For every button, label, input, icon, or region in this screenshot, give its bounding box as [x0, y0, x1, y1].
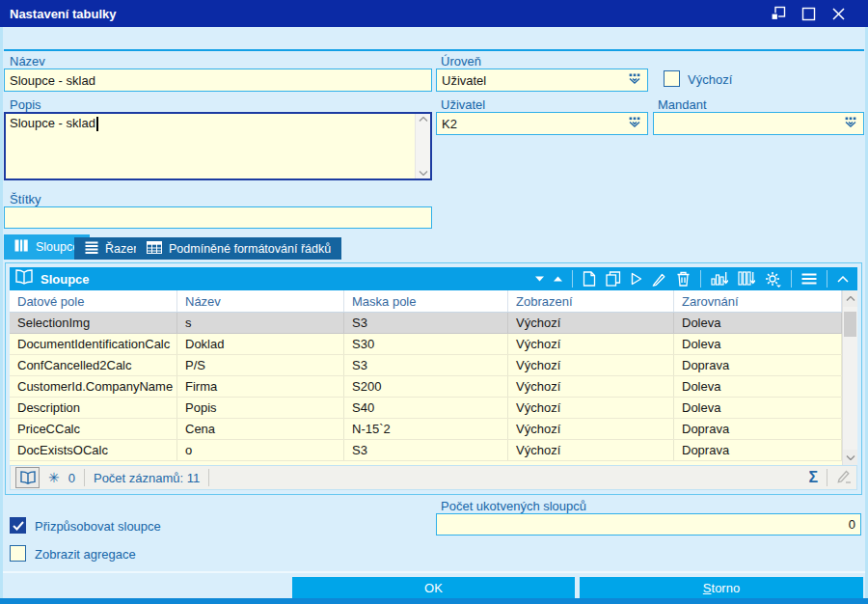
table-header-row: Datové pole Název Maska pole Zobrazení Z… — [10, 290, 842, 313]
menu-icon[interactable] — [801, 273, 817, 285]
table-cell: Výchozí — [508, 419, 674, 439]
open-book-icon — [14, 269, 34, 288]
flag-count: 0 — [68, 471, 75, 485]
table-cell: SelectionImg — [10, 313, 177, 333]
nazev-input[interactable]: Sloupce - sklad — [4, 69, 432, 92]
close-icon[interactable] — [829, 5, 847, 22]
titlebar: Nastavení tabulky — [0, 0, 868, 27]
pocet-ukotvenych-label: Počet ukotvených sloupců — [441, 499, 586, 513]
table-cell: S3 — [344, 440, 508, 460]
status-separator — [84, 469, 85, 486]
table-cell: Doprava — [674, 440, 842, 460]
uroven-combo[interactable]: Uživatel — [436, 69, 648, 92]
table-cell: S3 — [344, 313, 508, 333]
table-row[interactable]: SelectionImgsS3VýchozíDoleva — [10, 313, 842, 334]
table-cell: Doprava — [674, 355, 842, 375]
dropdown-icon[interactable] — [627, 117, 642, 131]
table-cell: Description — [10, 398, 177, 418]
table-cell: Výchozí — [508, 355, 674, 375]
scroll-up-icon[interactable] — [843, 290, 857, 307]
table-grid-icon — [147, 241, 162, 257]
dropdown-icon[interactable] — [627, 73, 642, 88]
prizpusobovat-checkbox[interactable] — [10, 517, 26, 534]
column-header[interactable]: Zarovnání — [674, 290, 842, 312]
uroven-value: Uživatel — [442, 73, 486, 88]
table-rows: SelectionImgsS3VýchozíDolevaDocumentIden… — [10, 313, 857, 461]
tab-label: Sloupce — [36, 240, 79, 254]
table-row[interactable]: DocExistsOCalcoS3VýchozíDoprava — [10, 440, 842, 461]
copy-record-icon[interactable] — [606, 271, 621, 287]
settings-gear-icon[interactable] — [765, 271, 781, 288]
dropdown-icon[interactable] — [843, 117, 858, 131]
table-row[interactable]: DescriptionPopisS40VýchozíDoleva — [10, 398, 842, 419]
table-cell: o — [177, 440, 344, 460]
tab-label: Podmíněné formátování řádků — [169, 242, 331, 256]
caret-down-icon[interactable] — [535, 276, 544, 282]
restore-icon[interactable] — [770, 5, 787, 22]
table-cell: Výchozí — [508, 334, 674, 354]
uzivatel-value: K2 — [442, 117, 457, 131]
collapse-chevron-icon[interactable] — [837, 276, 849, 283]
vychozi-checkbox[interactable] — [664, 70, 680, 87]
window-border-bottom — [0, 598, 868, 604]
agregace-checkbox[interactable] — [10, 545, 26, 562]
column-header[interactable]: Zobrazení — [508, 290, 674, 312]
table-cell: Doleva — [674, 376, 842, 397]
window-title: Nastavení tabulky — [10, 7, 117, 21]
new-record-icon[interactable] — [583, 271, 596, 287]
delete-trash-icon[interactable] — [676, 271, 691, 287]
top-separator — [4, 49, 864, 51]
table-scrollbar[interactable] — [842, 290, 857, 466]
popis-textarea[interactable]: Sloupce - sklad — [4, 112, 432, 180]
column-header[interactable]: Maska pole — [344, 290, 508, 312]
table-cell: DocExistsOCalc — [10, 440, 177, 460]
mandant-label: Mandant — [658, 97, 707, 112]
sort-lines-icon — [85, 241, 98, 257]
maximize-icon[interactable] — [800, 5, 817, 22]
chart-export-icon[interactable] — [711, 271, 728, 287]
popis-label: Popis — [10, 97, 41, 112]
run-icon[interactable] — [631, 272, 642, 286]
nazev-value: Sloupce - sklad — [10, 73, 95, 88]
book-view-button[interactable] — [15, 467, 40, 488]
table-cell: DocumentIdentificationCalc — [10, 334, 177, 354]
edit-pencil-icon[interactable] — [652, 272, 666, 287]
table-cell: Výchozí — [508, 376, 674, 397]
storno-accelerator: S — [703, 581, 712, 595]
column-header[interactable]: Název — [177, 290, 344, 312]
grid-statusbar: ✳ 0 Počet záznamů: 11 Σ — [10, 465, 857, 490]
status-separator — [827, 469, 827, 486]
table-row[interactable]: ConfCancelled2CalcP/SS3VýchozíDoprava — [10, 355, 842, 376]
toolbar-separator — [572, 270, 573, 288]
table-cell: S30 — [344, 334, 508, 354]
ok-button-label: OK — [424, 581, 443, 595]
tab-podminene-formatovani[interactable]: Podmíněné formátování řádků — [136, 237, 341, 260]
columns-export-icon[interactable] — [738, 271, 755, 287]
toolbar-separator — [827, 270, 827, 288]
stitky-input[interactable] — [4, 206, 432, 229]
popis-scrollbar[interactable] — [415, 114, 430, 178]
status-separator — [208, 469, 209, 486]
scrollbar-thumb[interactable] — [844, 312, 856, 337]
uroven-label: Úroveň — [441, 54, 481, 69]
grid-toolbar — [535, 270, 853, 288]
table-row[interactable]: CustomerId.CompanyNameFirmaS200VýchozíDo… — [10, 376, 842, 398]
table-row[interactable]: DocumentIdentificationCalcDokladS30Výcho… — [10, 334, 842, 355]
columns-grid-panel: Sloupce Datové p — [5, 262, 862, 495]
caret-up-icon[interactable] — [554, 276, 562, 282]
table-settings-dialog: Nastavení tabulky Název Sloupce - sklad … — [0, 0, 868, 604]
grid-panel-title: Sloupce — [41, 272, 90, 287]
scroll-down-icon[interactable] — [843, 450, 857, 466]
sigma-icon[interactable]: Σ — [808, 469, 818, 486]
column-header[interactable]: Datové pole — [10, 290, 177, 312]
snowflake-icon: ✳ — [48, 470, 60, 485]
window-controls — [770, 5, 858, 22]
mandant-combo[interactable] — [653, 112, 864, 135]
table-row[interactable]: PriceCCalcCenaN-15`2VýchozíDoprava — [10, 419, 842, 440]
footer-separator — [3, 571, 865, 573]
ok-button[interactable]: OK — [292, 577, 575, 598]
pocet-ukotvenych-input[interactable]: 0 — [436, 513, 861, 535]
storno-button[interactable]: Storno — [580, 577, 863, 598]
uzivatel-combo[interactable]: K2 — [436, 112, 648, 135]
storno-button-label: torno — [712, 581, 741, 595]
